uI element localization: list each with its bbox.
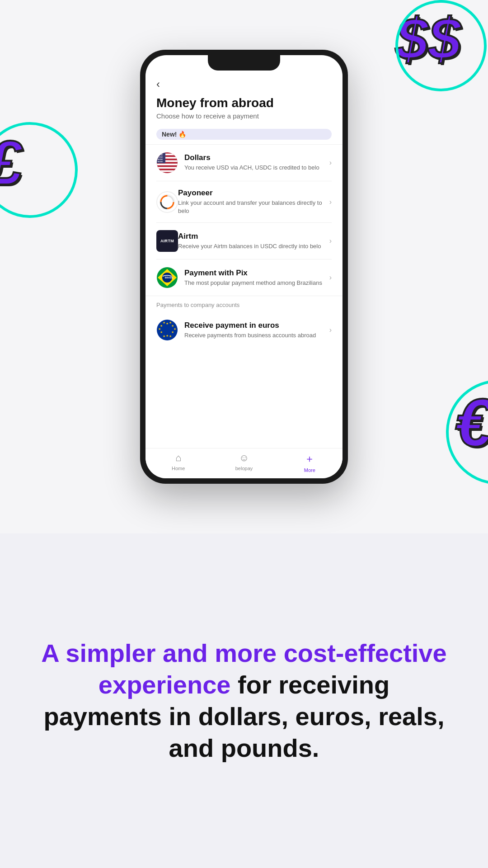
chevron-icon: ›	[329, 274, 332, 282]
airtm-icon: AIRTM	[156, 230, 178, 252]
svg-text:★: ★	[158, 327, 161, 330]
euros-title: Receive payment in euros	[184, 321, 329, 330]
screen-header: ‹ Money from abroad Choose how to receiv…	[145, 71, 343, 123]
top-section: £ $$ € ‹ Money from abroad Choose how to…	[0, 0, 488, 533]
belopay-label: belopay	[235, 466, 253, 471]
phone-screen: ‹ Money from abroad Choose how to receiv…	[145, 55, 343, 478]
payoneer-text: Payoneer Link your account and transfer …	[178, 189, 329, 215]
dollars-title: Dollars	[184, 153, 329, 162]
svg-text:★: ★	[163, 321, 165, 324]
list-item[interactable]: ★★★ ★★★ ★★★ ★★★ Dollars You receive USD …	[145, 145, 343, 181]
svg-text:★: ★	[171, 330, 174, 334]
payoneer-title: Payoneer	[178, 189, 329, 198]
pix-desc: The most popular payment method among Br…	[184, 279, 329, 287]
svg-text:BRASIL: BRASIL	[165, 276, 174, 279]
bottom-text-block: A simpler and more cost-effective experi…	[41, 637, 447, 764]
airtm-text: Airtm Receive your Airtm balances in USD…	[178, 232, 329, 250]
home-label: Home	[172, 466, 185, 471]
pix-title: Payment with Pix	[184, 269, 329, 278]
euros-desc: Receive payments from business accounts …	[184, 331, 329, 340]
phone-notch	[208, 55, 280, 71]
back-button[interactable]: ‹	[156, 78, 332, 90]
bottom-nav: ⌂ Home ☺ belopay ＋ More	[145, 448, 343, 478]
pix-text: Payment with Pix The most popular paymen…	[184, 269, 329, 287]
svg-text:★: ★	[160, 324, 163, 327]
svg-rect-3	[156, 154, 178, 156]
nav-belopay[interactable]: ☺ belopay	[211, 452, 277, 473]
svg-text:★: ★	[171, 324, 174, 327]
svg-text:★: ★	[169, 335, 172, 338]
belopay-icon: ☺	[239, 452, 249, 464]
payment-list: ★★★ ★★★ ★★★ ★★★ Dollars You receive USD …	[145, 145, 343, 448]
euro-symbol: €	[455, 389, 488, 457]
chevron-icon: ›	[329, 159, 332, 167]
more-icon: ＋	[305, 452, 314, 466]
svg-text:★: ★	[174, 327, 176, 330]
svg-text:★: ★	[166, 334, 169, 337]
svg-text:★: ★	[166, 322, 169, 325]
chevron-icon: ›	[329, 237, 332, 245]
svg-text:★: ★	[169, 321, 172, 324]
nav-more[interactable]: ＋ More	[277, 452, 343, 473]
airtm-title: Airtm	[178, 232, 329, 241]
list-item[interactable]: ★ ★ ★ ★ ★ ★ ★ ★ ★ ★	[145, 312, 343, 348]
home-icon: ⌂	[175, 452, 181, 464]
dollar-symbol: $$	[395, 9, 461, 68]
payoneer-desc: Link your account and transfer your bala…	[178, 199, 329, 215]
airtm-desc: Receive your Airtm balances in USDC dire…	[178, 242, 329, 250]
chevron-icon: ›	[329, 326, 332, 334]
list-item[interactable]: BRASIL Payment with Pix The most popular…	[145, 259, 343, 296]
more-label: More	[304, 467, 315, 473]
dollars-text: Dollars You receive USD via ACH, USDC is…	[184, 153, 329, 172]
list-item[interactable]: AIRTM Airtm Receive your Airtm balances …	[145, 223, 343, 259]
euros-text: Receive payment in euros Receive payment…	[184, 321, 329, 340]
payoneer-icon	[156, 191, 178, 213]
section-label: Payments to company accounts	[145, 296, 343, 312]
pound-symbol: £	[0, 131, 22, 194]
svg-rect-8	[156, 170, 178, 172]
page-title: Money from abroad	[156, 96, 332, 110]
eu-flag-icon: ★ ★ ★ ★ ★ ★ ★ ★ ★ ★	[156, 319, 178, 341]
svg-text:★: ★	[163, 335, 165, 338]
page-subtitle: Choose how to receive a payment	[156, 112, 332, 120]
brazil-flag-icon: BRASIL	[156, 267, 178, 288]
nav-home[interactable]: ⌂ Home	[145, 452, 211, 473]
chevron-icon: ›	[329, 198, 332, 206]
phone-mockup: ‹ Money from abroad Choose how to receiv…	[140, 50, 348, 484]
svg-point-14	[160, 194, 175, 210]
svg-text:★★★: ★★★	[157, 160, 163, 163]
list-item[interactable]: Payoneer Link your account and transfer …	[145, 181, 343, 222]
dollars-desc: You receive USD via ACH, USDC is credite…	[184, 164, 329, 172]
bottom-section: A simpler and more cost-effective experi…	[0, 533, 488, 868]
screen-content: ‹ Money from abroad Choose how to receiv…	[145, 71, 343, 478]
new-badge: New! 🔥	[156, 129, 332, 140]
svg-text:★: ★	[160, 330, 163, 334]
dollars-icon: ★★★ ★★★ ★★★ ★★★	[156, 152, 178, 174]
svg-rect-7	[156, 167, 178, 169]
svg-rect-6	[156, 164, 178, 165]
